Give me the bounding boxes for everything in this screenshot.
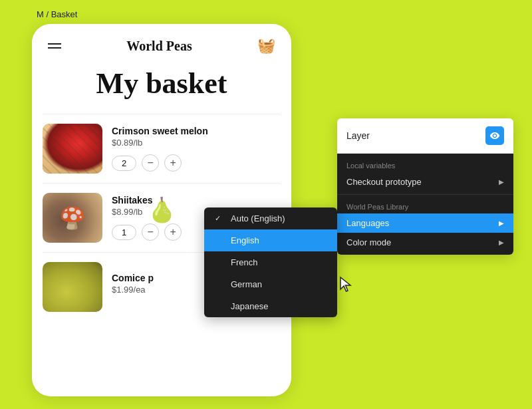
eye-icon-button[interactable] (485, 126, 504, 145)
section-header-library: World Peas Library (337, 198, 513, 213)
decrement-btn-melon[interactable]: − (142, 154, 159, 172)
product-item-melon: Crimson sweet melon $0.89/lb 2 − + (43, 114, 281, 183)
chevron-right-icon-languages: ▶ (499, 219, 504, 227)
lang-item-japanese[interactable]: Japanese (204, 295, 337, 317)
checkout-prototype-item[interactable]: Checkout prototype ▶ (337, 172, 513, 192)
quantity-controls-melon: 2 − + (112, 154, 281, 172)
lang-english-label: English (231, 235, 327, 245)
lang-japanese-label: Japanese (231, 301, 327, 311)
chevron-right-icon-color: ▶ (499, 239, 504, 246)
basket-icon[interactable]: 🧺 (257, 37, 275, 55)
lang-item-german[interactable]: German (204, 273, 337, 295)
section-header-local: Local variables (337, 156, 513, 172)
chevron-right-icon: ▶ (499, 178, 504, 186)
decrement-btn-shiitakes[interactable]: − (142, 223, 159, 241)
layer-panel: Layer Local variables Checkout prototype… (337, 118, 513, 255)
menu-divider (337, 194, 513, 195)
check-mark-auto: ✓ (215, 214, 224, 223)
product-image-pear (43, 262, 102, 312)
lang-item-french[interactable]: French (204, 251, 337, 273)
languages-label: Languages (346, 218, 389, 228)
checkout-prototype-label: Checkout prototype (346, 177, 422, 187)
color-mode-label: Color mode (346, 237, 391, 247)
mobile-header: World Peas 🧺 (32, 24, 291, 60)
language-submenu: ✓ Auto (English) English French German J… (204, 207, 337, 317)
languages-item[interactable]: Languages ▶ (337, 213, 513, 233)
product-price-melon: $0.89/lb (112, 138, 281, 148)
layer-header: Layer (337, 118, 513, 154)
increment-btn-shiitakes[interactable]: + (164, 223, 182, 241)
page-title: My basket (32, 60, 291, 114)
product-name-melon: Crimson sweet melon (112, 126, 281, 136)
layer-label: Layer (346, 130, 370, 141)
eye-icon (489, 130, 500, 141)
increment-btn-melon[interactable]: + (164, 154, 182, 172)
lang-item-auto[interactable]: ✓ Auto (English) (204, 207, 337, 229)
lang-german-label: German (231, 279, 327, 289)
hamburger-icon[interactable] (48, 43, 61, 49)
color-mode-item[interactable]: Color mode ▶ (337, 233, 513, 252)
breadcrumb: M / Basket (37, 9, 77, 19)
product-info-melon: Crimson sweet melon $0.89/lb 2 − + (112, 126, 281, 172)
layer-dropdown-menu: Local variables Checkout prototype ▶ Wor… (337, 154, 513, 255)
quantity-badge-melon: 2 (112, 156, 136, 171)
lang-french-label: French (231, 257, 327, 267)
app-title: World Peas (126, 39, 192, 54)
lang-auto-label: Auto (English) (231, 213, 327, 223)
lang-item-english[interactable]: English (204, 229, 337, 251)
product-image-mushroom (43, 193, 102, 243)
product-image-melon (43, 124, 102, 174)
product-name-shiitakes: Shiitakes (112, 195, 281, 205)
quantity-badge-shiitakes: 1 (112, 225, 136, 240)
